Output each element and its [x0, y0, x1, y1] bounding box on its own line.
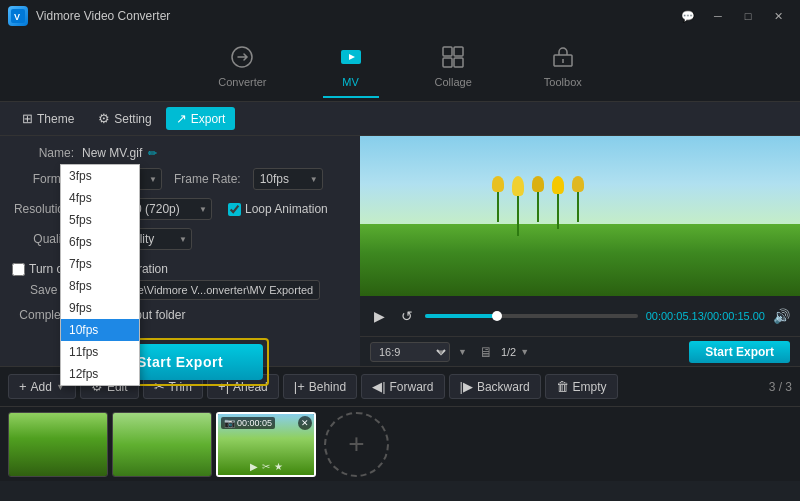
title-bar: V Vidmore Video Converter 💬 ─ □ ✕	[0, 0, 800, 32]
backward-button[interactable]: |▶ Backward	[449, 374, 541, 399]
progress-fill	[425, 314, 497, 318]
tulip-1	[492, 176, 504, 236]
filmstrip-thumb-1[interactable]	[8, 412, 108, 477]
video-preview	[360, 136, 800, 296]
aspect-ratio-wrapper: 16:9	[370, 342, 450, 362]
chat-button[interactable]: 💬	[674, 6, 702, 26]
minimize-button[interactable]: ─	[704, 6, 732, 26]
tulip-5	[572, 176, 584, 236]
app-icon: V	[8, 6, 28, 26]
filmstrip-thumb-3[interactable]: 📷 00:00:05 ✕ ▶ ✂ ★	[216, 412, 316, 477]
start-export-right-button[interactable]: Start Export	[689, 341, 790, 363]
export-button[interactable]: ↗ Export	[166, 107, 236, 130]
loop-animation-label[interactable]: Loop Animation	[228, 202, 328, 216]
loop-animation-checkbox[interactable]	[228, 203, 241, 216]
fps-option-10fps[interactable]: 10fps	[61, 319, 139, 341]
tulip-stem-2	[517, 196, 519, 236]
toolbox-label: Toolbox	[544, 76, 582, 88]
page-dropdown-icon: ▼	[520, 347, 529, 357]
restore-button[interactable]: □	[734, 6, 762, 26]
thumb-bg-2	[113, 413, 211, 476]
screen-icon: 🖥	[479, 344, 493, 360]
fps-option-12fps[interactable]: 12fps	[61, 363, 139, 385]
theme-label: Theme	[37, 112, 74, 126]
nav-converter[interactable]: Converter	[202, 37, 282, 96]
fps-option-9fps[interactable]: 9fps	[61, 297, 139, 319]
main-content: Name: New MV.gif ✏ Format: GIF Frame Rat…	[0, 136, 800, 366]
theme-icon: ⊞	[22, 111, 33, 126]
thumb-close-3[interactable]: ✕	[298, 416, 312, 430]
aspect-ratio-select[interactable]: 16:9	[370, 342, 450, 362]
tulip-head-2	[512, 176, 524, 196]
rewind-button[interactable]: ↺	[397, 306, 417, 326]
nav-mv[interactable]: MV	[323, 37, 379, 96]
empty-icon: 🗑	[556, 379, 569, 394]
progress-thumb	[492, 311, 502, 321]
svg-rect-7	[454, 58, 463, 67]
play-button[interactable]: ▶	[370, 306, 389, 326]
export-icon: ↗	[176, 111, 187, 126]
fps-option-3fps[interactable]: 3fps	[61, 165, 139, 187]
name-edit-icon[interactable]: ✏	[148, 147, 157, 160]
window-controls: 💬 ─ □ ✕	[674, 6, 792, 26]
collage-label: Collage	[435, 76, 472, 88]
thumb-bg-1	[9, 413, 107, 476]
theme-button[interactable]: ⊞ Theme	[12, 107, 84, 130]
svg-text:V: V	[14, 12, 20, 22]
name-text: New MV.gif	[82, 146, 142, 160]
top-navigation: Converter MV Collage	[0, 32, 800, 102]
fps-option-11fps[interactable]: 11fps	[61, 341, 139, 363]
nav-toolbox[interactable]: Toolbox	[528, 37, 598, 96]
thumb-overlay-3: 📷 00:00:05 ✕ ▶ ✂ ★	[218, 414, 314, 475]
fps-option-8fps[interactable]: 8fps	[61, 275, 139, 297]
gpu-checkbox[interactable]	[12, 263, 25, 276]
empty-label: Empty	[573, 380, 607, 394]
progress-bar[interactable]	[425, 314, 638, 318]
page-select: 1/2 ▼	[501, 346, 529, 358]
frame-rate-section: Frame Rate: 10fps	[174, 168, 323, 190]
volume-icon[interactable]: 🔊	[773, 308, 790, 324]
fps-option-7fps[interactable]: 7fps	[61, 253, 139, 275]
toolbox-icon	[551, 45, 575, 72]
tulip-4	[552, 176, 564, 236]
setting-icon: ⚙	[98, 111, 110, 126]
thumb-cut-icon[interactable]: ✂	[262, 461, 270, 472]
filmstrip: 📷 00:00:05 ✕ ▶ ✂ ★ +	[0, 406, 800, 481]
tulip-3	[532, 176, 544, 236]
setting-button[interactable]: ⚙ Setting	[88, 107, 161, 130]
empty-button[interactable]: 🗑 Empty	[545, 374, 618, 399]
add-media-button[interactable]: +	[324, 412, 389, 477]
close-button[interactable]: ✕	[764, 6, 792, 26]
fps-dropdown: 3fps 4fps 5fps 6fps 7fps 8fps 9fps 10fps…	[60, 164, 140, 386]
svg-rect-6	[443, 58, 452, 67]
backward-label: Backward	[477, 380, 530, 394]
frame-rate-label: Frame Rate:	[174, 172, 241, 186]
current-time: 00:00:05.13	[646, 310, 704, 322]
right-panel: ▶ ↺ 00:00:05.13/00:00:15.00 🔊 16:9 ▼ 🖥 1…	[360, 136, 800, 366]
forward-button[interactable]: ◀| Forward	[361, 374, 444, 399]
fps-select[interactable]: 10fps	[253, 168, 323, 190]
thumb-play-icon[interactable]: ▶	[250, 461, 258, 472]
converter-label: Converter	[218, 76, 266, 88]
name-label: Name:	[12, 146, 82, 160]
collage-icon	[441, 45, 465, 72]
name-row: Name: New MV.gif ✏	[12, 146, 348, 160]
fps-option-6fps[interactable]: 6fps	[61, 231, 139, 253]
thumb-tag-time: 00:00:05	[237, 418, 272, 428]
thumb-star-icon[interactable]: ★	[274, 461, 283, 472]
tulip-stem-4	[557, 194, 559, 229]
forward-label: Forward	[390, 380, 434, 394]
nav-collage[interactable]: Collage	[419, 37, 488, 96]
fps-option-5fps[interactable]: 5fps	[61, 209, 139, 231]
video-bottom-controls: 16:9 ▼ 🖥 1/2 ▼ Start Export	[360, 336, 800, 366]
filmstrip-thumb-2[interactable]	[112, 412, 212, 477]
tulips-decoration	[492, 176, 584, 236]
fps-option-4fps[interactable]: 4fps	[61, 187, 139, 209]
thumb-tag-3: 📷 00:00:05	[221, 417, 275, 429]
aspect-dropdown-icon: ▼	[458, 347, 467, 357]
setting-label: Setting	[114, 112, 151, 126]
time-display: 00:00:05.13/00:00:15.00	[646, 310, 765, 322]
app-title: Vidmore Video Converter	[36, 9, 674, 23]
tulip-head-4	[552, 176, 564, 194]
mv-label: MV	[342, 76, 359, 88]
